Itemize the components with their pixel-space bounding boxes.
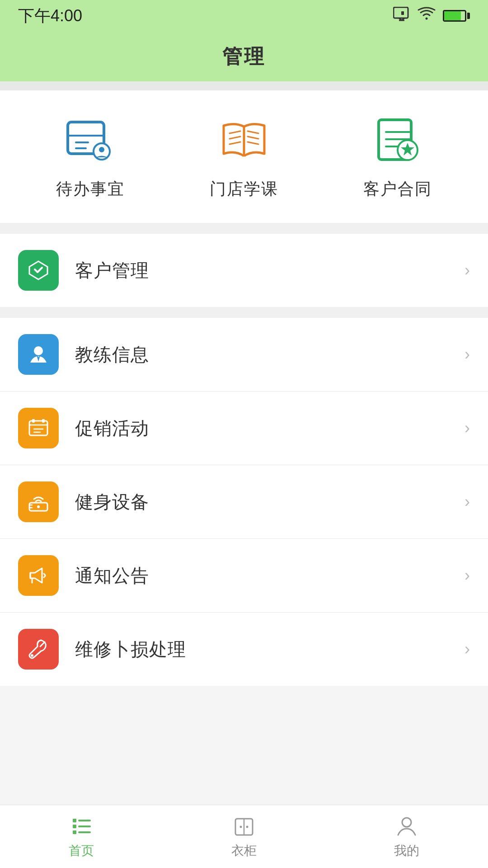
status-bar: 下午4:00 xyxy=(0,0,488,32)
home-nav-icon xyxy=(69,814,94,839)
notification-arrow: › xyxy=(465,566,470,585)
status-icons xyxy=(393,7,470,25)
bottom-navigation: 首页 衣柜 我的 xyxy=(0,805,488,868)
client-contract-icon xyxy=(371,113,425,167)
client-contract-label: 客户合同 xyxy=(363,178,432,200)
section-divider-2 xyxy=(0,307,488,318)
svg-rect-38 xyxy=(73,819,76,822)
svg-point-48 xyxy=(402,818,411,827)
svg-line-36 xyxy=(40,642,45,646)
coach-info-label: 教练信息 xyxy=(75,342,465,367)
top-icons-section: 待办事宜 门店学课 客户 xyxy=(0,90,488,223)
wardrobe-nav-icon xyxy=(232,814,256,839)
section-divider-1 xyxy=(0,223,488,234)
svg-line-13 xyxy=(230,142,240,144)
nav-item-home[interactable]: 首页 xyxy=(0,814,163,859)
svg-line-16 xyxy=(248,142,258,144)
promotion-label: 促销活动 xyxy=(75,416,465,441)
svg-point-31 xyxy=(37,505,40,508)
notification-icon-bg xyxy=(18,555,59,596)
menu-item-promotion[interactable]: 促销活动 › xyxy=(0,391,488,465)
svg-line-12 xyxy=(230,137,240,139)
maintenance-label: 维修卜损处理 xyxy=(75,637,465,662)
maintenance-arrow: › xyxy=(465,640,470,659)
maintenance-icon xyxy=(26,637,51,662)
svg-point-10 xyxy=(99,147,104,152)
fitness-equipment-icon xyxy=(26,489,51,514)
wifi-icon xyxy=(418,7,436,25)
menu-item-notification[interactable]: 通知公告 › xyxy=(0,538,488,612)
mine-nav-icon xyxy=(394,814,419,839)
svg-line-14 xyxy=(248,131,258,133)
svg-rect-0 xyxy=(394,7,408,18)
coach-info-icon xyxy=(26,342,51,367)
client-management-icon-bg xyxy=(18,250,59,291)
battery-icon xyxy=(443,10,470,22)
svg-rect-29 xyxy=(42,419,45,423)
fitness-equipment-label: 健身设备 xyxy=(75,490,465,514)
menu-section-other: 教练信息 › 促销活动 › xyxy=(0,318,488,686)
page-header: 管理 xyxy=(0,32,488,81)
store-lesson-label: 门店学课 xyxy=(210,178,278,200)
svg-point-46 xyxy=(240,826,242,828)
page-title: 管理 xyxy=(222,43,266,70)
fitness-equipment-icon-bg xyxy=(18,481,59,522)
home-nav-label: 首页 xyxy=(69,842,94,859)
promotion-icon xyxy=(26,415,51,441)
client-management-icon xyxy=(26,258,51,283)
menu-item-coach-info[interactable]: 教练信息 › xyxy=(0,318,488,391)
screen-icon xyxy=(393,7,410,25)
svg-point-47 xyxy=(246,826,249,828)
menu-section-customer: 客户管理 › xyxy=(0,234,488,307)
wardrobe-nav-label: 衣柜 xyxy=(231,842,257,859)
svg-point-23 xyxy=(34,346,43,355)
coach-info-arrow: › xyxy=(465,345,470,364)
svg-rect-24 xyxy=(29,421,47,435)
notification-icon xyxy=(26,563,51,588)
status-time: 下午4:00 xyxy=(18,5,82,27)
header-divider xyxy=(0,81,488,90)
menu-item-maintenance[interactable]: 维修卜损处理 › xyxy=(0,612,488,686)
top-icon-pending[interactable]: 待办事宜 xyxy=(14,113,167,200)
svg-rect-40 xyxy=(73,825,76,828)
svg-rect-4 xyxy=(401,11,404,15)
notification-label: 通知公告 xyxy=(75,563,465,588)
store-lesson-icon xyxy=(217,113,271,167)
pending-icon xyxy=(63,113,117,167)
svg-line-11 xyxy=(230,131,240,133)
maintenance-icon-bg xyxy=(18,629,59,670)
mine-nav-label: 我的 xyxy=(394,842,419,859)
svg-rect-28 xyxy=(32,419,35,423)
coach-info-icon-bg xyxy=(18,334,59,375)
svg-line-15 xyxy=(248,137,258,139)
nav-item-wardrobe[interactable]: 衣柜 xyxy=(163,814,325,859)
svg-rect-42 xyxy=(73,830,76,834)
fitness-equipment-arrow: › xyxy=(465,492,470,511)
nav-item-mine[interactable]: 我的 xyxy=(325,814,488,859)
menu-item-fitness-equipment[interactable]: 健身设备 › xyxy=(0,465,488,538)
promotion-arrow: › xyxy=(465,419,470,438)
menu-item-client-management[interactable]: 客户管理 › xyxy=(0,234,488,307)
client-management-label: 客户管理 xyxy=(75,258,465,283)
client-management-arrow: › xyxy=(465,261,470,280)
top-icon-store-lesson[interactable]: 门店学课 xyxy=(167,113,321,200)
pending-label: 待办事宜 xyxy=(56,178,125,200)
promotion-icon-bg xyxy=(18,408,59,448)
svg-point-37 xyxy=(31,654,33,657)
top-icon-client-contract[interactable]: 客户合同 xyxy=(321,113,474,200)
